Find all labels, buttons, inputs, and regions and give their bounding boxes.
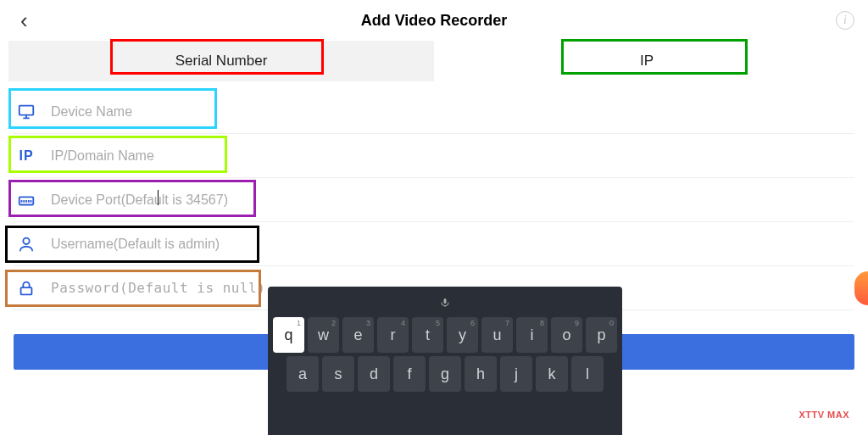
- device-name-row: [14, 90, 854, 134]
- highlight-box: [561, 39, 748, 75]
- page-title: Add Video Recorder: [361, 12, 508, 30]
- key-i[interactable]: i8: [516, 317, 548, 353]
- key-a[interactable]: a: [287, 356, 319, 392]
- key-superscript: 7: [505, 319, 509, 327]
- key-l[interactable]: l: [571, 356, 604, 392]
- key-r[interactable]: r4: [377, 317, 409, 353]
- key-superscript: 9: [575, 319, 579, 327]
- tab-label: IP: [640, 53, 654, 70]
- ip-icon: IP: [14, 143, 39, 169]
- key-g[interactable]: g: [429, 356, 461, 392]
- username-row: [14, 222, 854, 266]
- key-h[interactable]: h: [465, 356, 497, 392]
- form: IP: [0, 81, 868, 310]
- svg-rect-3: [21, 287, 32, 294]
- key-superscript: 4: [401, 319, 405, 327]
- key-superscript: 8: [540, 319, 544, 327]
- key-k[interactable]: k: [536, 356, 568, 392]
- key-q[interactable]: q1: [273, 317, 304, 353]
- lock-icon: [14, 276, 39, 301]
- key-o[interactable]: o9: [551, 317, 582, 353]
- device-port-row: [14, 178, 854, 222]
- svg-point-2: [23, 237, 29, 243]
- key-superscript: 3: [366, 319, 370, 327]
- monitor-icon: [14, 99, 39, 125]
- key-superscript: 0: [609, 319, 614, 327]
- tab-ip[interactable]: IP: [434, 41, 860, 81]
- device-name-input[interactable]: [51, 104, 854, 120]
- key-t[interactable]: t5: [412, 317, 443, 353]
- back-button[interactable]: ‹: [14, 4, 35, 37]
- tabs: Serial Number IP: [8, 41, 860, 81]
- keyboard-row-3: [273, 395, 617, 421]
- keyboard: q1w2e3r4t5y6u7i8o9p0 asdfghjkl: [268, 287, 622, 435]
- key-p[interactable]: p0: [586, 317, 617, 353]
- info-button[interactable]: i: [836, 11, 854, 30]
- svg-rect-0: [19, 105, 34, 114]
- key-w[interactable]: w2: [308, 317, 339, 353]
- key-y[interactable]: y6: [447, 317, 478, 353]
- tab-serial-number[interactable]: Serial Number: [8, 41, 434, 81]
- key-superscript: 5: [436, 319, 440, 327]
- key-e[interactable]: e3: [342, 317, 374, 353]
- ip-domain-row: IP: [14, 134, 854, 178]
- user-icon: [14, 231, 39, 257]
- text-cursor: [158, 190, 159, 205]
- device-port-input[interactable]: [51, 192, 854, 208]
- key-j[interactable]: j: [500, 356, 532, 392]
- mic-bar[interactable]: [273, 293, 617, 312]
- key-f[interactable]: f: [393, 356, 426, 392]
- key-u[interactable]: u7: [481, 317, 513, 353]
- keyboard-row-2: asdfghjkl: [273, 356, 617, 392]
- username-input[interactable]: [51, 237, 854, 252]
- watermark: XTTV MAX: [798, 410, 849, 420]
- ip-domain-input[interactable]: [51, 148, 854, 164]
- key-s[interactable]: s: [322, 356, 354, 392]
- port-icon: [14, 187, 39, 213]
- key-d[interactable]: d: [358, 356, 390, 392]
- keyboard-row-1: q1w2e3r4t5y6u7i8o9p0: [273, 317, 617, 353]
- key-superscript: 2: [331, 319, 336, 327]
- key-superscript: 6: [470, 319, 475, 327]
- key-superscript: 1: [297, 319, 301, 327]
- tab-label: Serial Number: [175, 53, 268, 70]
